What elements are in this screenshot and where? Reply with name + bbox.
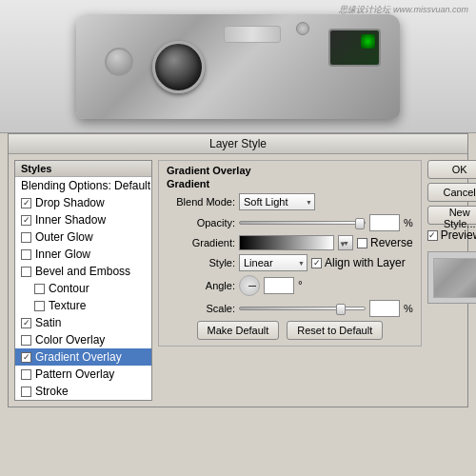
styles-item-blending[interactable]: Blending Options: Default xyxy=(15,177,151,194)
reverse-row: Reverse xyxy=(357,236,413,249)
color-overlay-checkbox[interactable] xyxy=(21,335,31,346)
inner-shadow-label: Inner Shadow xyxy=(35,213,106,227)
gradient-dropdown[interactable]: ▼ xyxy=(338,235,353,250)
preview-label-row: Preview xyxy=(427,228,476,242)
styles-item-texture[interactable]: Texture xyxy=(15,297,151,314)
styles-item-outer-glow[interactable]: Outer Glow xyxy=(15,228,151,246)
camera-lens xyxy=(152,41,205,93)
camera-dial xyxy=(105,48,133,76)
dialog-body: Styles Blending Options: Default Drop Sh… xyxy=(9,154,467,407)
gradient-row: Gradient: ▼ Reverse xyxy=(167,235,413,250)
inner-glow-checkbox[interactable] xyxy=(21,249,31,260)
style-select[interactable]: Linear xyxy=(239,254,307,271)
angle-input[interactable]: 0 xyxy=(264,277,294,294)
drop-shadow-label: Drop Shadow xyxy=(35,196,105,209)
scale-input[interactable]: 115 xyxy=(369,300,400,317)
styles-item-contour[interactable]: Contour xyxy=(15,280,151,297)
stroke-label: Stroke xyxy=(35,385,69,398)
styles-item-drop-shadow[interactable]: Drop Shadow xyxy=(15,194,151,211)
style-row: Style: Linear Align with Layer xyxy=(167,254,413,271)
dialog-title: Layer Style xyxy=(209,137,267,150)
layer-style-dialog: Layer Style Styles Blending Options: Def… xyxy=(8,133,468,407)
gradient-overlay-section: Gradient Overlay Gradient Blend Mode: So… xyxy=(158,160,422,347)
align-layer-row: Align with Layer xyxy=(311,256,406,269)
angle-unit: ° xyxy=(298,279,303,292)
stroke-checkbox[interactable] xyxy=(21,387,31,397)
satin-checkbox[interactable] xyxy=(21,318,31,328)
contour-checkbox[interactable] xyxy=(34,284,45,294)
opacity-percent: % xyxy=(404,217,413,228)
inner-shadow-checkbox[interactable] xyxy=(21,215,31,226)
align-layer-label: Align with Layer xyxy=(325,256,406,269)
style-label: Style: xyxy=(167,257,235,268)
gradient-overlay-label: Gradient Overlay xyxy=(35,350,122,364)
style-select-wrapper: Linear xyxy=(239,254,307,271)
satin-label: Satin xyxy=(35,316,61,329)
scale-percent: % xyxy=(404,303,413,314)
texture-checkbox[interactable] xyxy=(34,301,45,311)
texture-label: Texture xyxy=(49,299,86,312)
bevel-emboss-checkbox[interactable] xyxy=(21,267,31,277)
opacity-label: Opacity: xyxy=(167,217,235,228)
sub-section-title: Gradient xyxy=(167,178,413,189)
cancel-button[interactable]: Cancel xyxy=(427,183,476,202)
styles-item-pattern-overlay[interactable]: Pattern Overlay xyxy=(15,366,151,383)
styles-item-bevel-emboss[interactable]: Bevel and Emboss xyxy=(15,263,151,280)
contour-label: Contour xyxy=(49,282,89,295)
scale-slider[interactable] xyxy=(239,307,366,310)
gradient-preview[interactable] xyxy=(239,235,334,250)
bevel-emboss-label: Bevel and Emboss xyxy=(35,265,130,278)
inner-glow-label: Inner Glow xyxy=(35,248,90,261)
reset-to-default-button[interactable]: Reset to Default xyxy=(287,321,383,340)
blend-mode-row: Blend Mode: Soft Light xyxy=(167,193,413,210)
new-style-button[interactable]: New Style... xyxy=(427,206,476,225)
pattern-overlay-checkbox[interactable] xyxy=(21,369,31,380)
styles-panel-header: Styles xyxy=(15,161,151,177)
section-title: Gradient Overlay xyxy=(167,165,413,176)
camera-shutter-button xyxy=(296,22,309,35)
make-default-button[interactable]: Make Default xyxy=(197,321,280,340)
align-layer-checkbox[interactable] xyxy=(311,258,322,268)
opacity-input[interactable]: 100 xyxy=(369,214,400,231)
drop-shadow-checkbox[interactable] xyxy=(21,198,31,208)
angle-label: Angle: xyxy=(167,280,235,291)
color-overlay-label: Color Overlay xyxy=(35,333,105,347)
angle-dial[interactable] xyxy=(239,275,260,296)
main-content-area: Gradient Overlay Gradient Blend Mode: So… xyxy=(158,160,422,401)
camera-banner: 思缘设计论坛 www.missvuan.com xyxy=(0,0,476,133)
gradient-label: Gradient: xyxy=(167,237,235,248)
styles-item-gradient-overlay[interactable]: Gradient Overlay xyxy=(15,348,151,366)
styles-item-stroke[interactable]: Stroke xyxy=(15,383,151,400)
camera-image xyxy=(76,14,400,119)
blend-mode-select[interactable]: Soft Light xyxy=(239,193,315,210)
preview-inner xyxy=(433,258,476,298)
styles-item-inner-shadow[interactable]: Inner Shadow xyxy=(15,211,151,228)
preview-checkbox[interactable] xyxy=(427,230,438,241)
scale-label: Scale: xyxy=(167,303,235,314)
styles-item-inner-glow[interactable]: Inner Glow xyxy=(15,246,151,263)
outer-glow-label: Outer Glow xyxy=(35,230,93,244)
opacity-slider-thumb[interactable] xyxy=(355,218,365,229)
opacity-slider[interactable] xyxy=(239,221,366,225)
scale-slider-thumb[interactable] xyxy=(336,304,346,315)
camera-flash xyxy=(224,26,281,43)
scale-row: Scale: 115 % xyxy=(167,300,413,317)
outer-glow-checkbox[interactable] xyxy=(21,232,31,243)
ok-button[interactable]: OK xyxy=(427,160,476,179)
bottom-buttons: Make Default Reset to Default xyxy=(167,321,413,340)
styles-panel: Styles Blending Options: Default Drop Sh… xyxy=(14,160,152,401)
pattern-overlay-label: Pattern Overlay xyxy=(35,367,114,381)
gradient-overlay-checkbox[interactable] xyxy=(21,352,31,363)
right-panel: OK Cancel New Style... Preview xyxy=(427,160,476,401)
reverse-checkbox[interactable] xyxy=(357,238,367,248)
styles-item-color-overlay[interactable]: Color Overlay xyxy=(15,331,151,348)
styles-item-satin[interactable]: Satin xyxy=(15,314,151,331)
opacity-row: Opacity: 100 % xyxy=(167,214,413,231)
blend-mode-select-wrapper: Soft Light xyxy=(239,193,315,210)
blend-mode-label: Blend Mode: xyxy=(167,196,235,208)
preview-box xyxy=(427,251,476,304)
camera-viewfinder xyxy=(328,29,381,67)
reverse-label: Reverse xyxy=(370,236,413,249)
angle-row: Angle: 0 ° xyxy=(167,275,413,296)
camera-viewfinder-inner xyxy=(361,34,375,49)
